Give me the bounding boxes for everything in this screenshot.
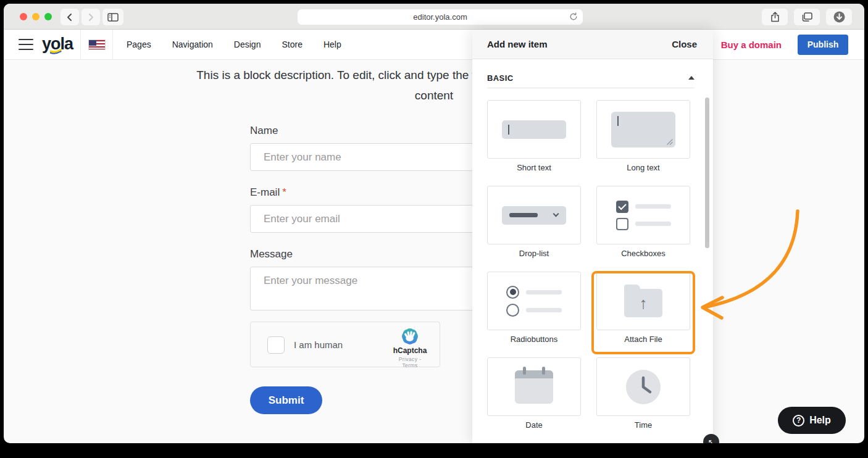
- message-label: Message: [250, 248, 295, 260]
- nav-item-design[interactable]: Design: [234, 40, 261, 49]
- hcaptcha-privacy-terms[interactable]: Privacy - Terms: [390, 356, 430, 368]
- sidebar-toggle-button[interactable]: [102, 9, 123, 25]
- forward-icon: [87, 13, 94, 22]
- grid-item-time: Time: [596, 357, 690, 430]
- back-button[interactable]: [61, 9, 79, 25]
- email-label: E-mail*: [250, 186, 286, 199]
- nav-links: Pages Navigation Design Store Help: [127, 30, 341, 59]
- sidebar-icon: [107, 13, 119, 22]
- drop-list-icon: [502, 206, 566, 225]
- editor-navbar: yola Pages Navigation Design Store Help …: [4, 30, 864, 60]
- section-basic-label: BASIC: [487, 73, 513, 83]
- tabs-icon: [802, 12, 812, 22]
- name-label: Name: [250, 125, 280, 137]
- hcaptcha-widget: I am human hCaptcha Privacy - Terms: [250, 322, 440, 367]
- panel-scrollbar[interactable]: [705, 98, 709, 248]
- drop-list-tile[interactable]: [487, 186, 581, 244]
- share-button[interactable]: [762, 9, 788, 25]
- required-asterisk: *: [282, 186, 286, 198]
- attach-file-icon: ↑: [624, 289, 662, 317]
- nav-item-help[interactable]: Help: [323, 40, 341, 49]
- download-icon: [833, 11, 845, 23]
- downloads-button[interactable]: [826, 9, 852, 25]
- browser-window: editor.yola.com: [4, 4, 864, 443]
- hcaptcha-checkbox-label: I am human: [294, 339, 343, 350]
- block-description[interactable]: This is a block description. To edit, cl…: [4, 65, 864, 106]
- buy-a-domain-link[interactable]: Buy a domain: [721, 40, 782, 50]
- minimize-window-button[interactable]: [32, 13, 40, 20]
- publish-button[interactable]: Publish: [798, 35, 848, 55]
- short-text-icon: [502, 120, 566, 139]
- collapse-caret-icon: [688, 76, 695, 80]
- add-new-item-panel: Add new item Close BASIC Short text Long…: [472, 30, 713, 443]
- browser-toolbar: editor.yola.com: [4, 4, 864, 30]
- yola-logo-swoosh: [50, 49, 62, 54]
- panel-title: Add new item: [487, 39, 548, 49]
- cursor-indicator: ↖: [703, 434, 719, 443]
- tab-overview-button[interactable]: [794, 9, 820, 25]
- grid-item-date: Date: [487, 357, 581, 430]
- hcaptcha-checkbox[interactable]: [267, 336, 285, 354]
- divider: [80, 30, 81, 59]
- grid-item-drop-list: Drop-list: [487, 186, 581, 258]
- divider: [112, 30, 113, 59]
- nav-item-store[interactable]: Store: [282, 40, 302, 49]
- help-button[interactable]: ? Help: [778, 407, 846, 434]
- forward-button[interactable]: [81, 9, 100, 25]
- address-bar[interactable]: editor.yola.com: [298, 9, 583, 25]
- hcaptcha-brand: hCaptcha: [390, 346, 430, 355]
- zoom-window-button[interactable]: [44, 13, 52, 20]
- grid-item-radiobuttons: Radiobuttons: [487, 272, 581, 344]
- close-panel-button[interactable]: Close: [672, 39, 697, 49]
- radiobuttons-icon: [506, 286, 562, 317]
- nav-item-pages[interactable]: Pages: [127, 40, 151, 49]
- date-tile[interactable]: [487, 357, 581, 416]
- long-text-tile[interactable]: [596, 100, 690, 159]
- share-icon: [770, 12, 780, 22]
- reload-icon[interactable]: [569, 12, 578, 21]
- time-tile[interactable]: [596, 357, 690, 416]
- close-window-button[interactable]: [20, 13, 27, 20]
- item-grid: Short text Long text Drop-list: [487, 100, 713, 430]
- calendar-icon: [515, 370, 553, 404]
- question-mark-icon: ?: [793, 415, 804, 427]
- radiobuttons-tile[interactable]: [487, 272, 581, 330]
- checkboxes-tile[interactable]: [596, 186, 690, 244]
- yola-logo[interactable]: yola: [42, 35, 73, 54]
- back-icon: [66, 13, 73, 22]
- checkboxes-icon: [616, 201, 671, 230]
- submit-button[interactable]: Submit: [250, 386, 322, 414]
- grid-item-attach-file: ↑ Attach File: [596, 272, 690, 344]
- grid-item-checkboxes: Checkboxes: [596, 186, 690, 258]
- language-flag-us[interactable]: [88, 40, 106, 50]
- url-text: editor.yola.com: [413, 12, 467, 22]
- grid-item-long-text: Long text: [596, 100, 690, 172]
- grid-item-short-text: Short text: [487, 100, 581, 172]
- panel-header: Add new item Close: [472, 30, 713, 59]
- divider: [487, 88, 695, 88]
- section-basic-toggle[interactable]: BASIC: [487, 70, 695, 86]
- nav-item-navigation[interactable]: Navigation: [172, 40, 213, 49]
- hcaptcha-logo-icon: [401, 327, 419, 346]
- menu-button[interactable]: [19, 39, 33, 50]
- attach-file-tile[interactable]: ↑: [596, 272, 690, 330]
- short-text-tile[interactable]: [487, 100, 581, 159]
- long-text-icon: [611, 112, 675, 148]
- clock-icon: [626, 370, 661, 404]
